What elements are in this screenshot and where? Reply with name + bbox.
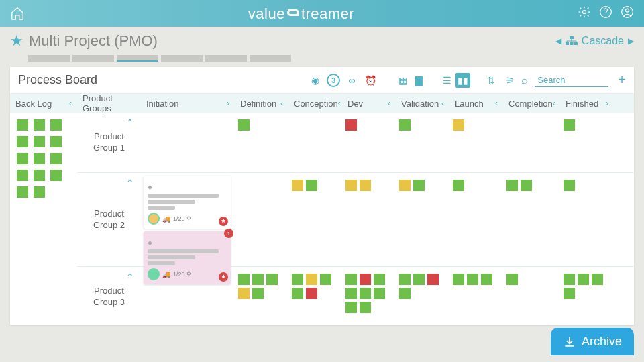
help-icon[interactable]: [599, 5, 612, 21]
task-item[interactable]: [345, 119, 357, 131]
tab[interactable]: [72, 55, 114, 62]
column-header[interactable]: Back Log‹: [10, 94, 77, 113]
backlog-item[interactable]: [34, 153, 45, 164]
task-item[interactable]: [306, 180, 317, 191]
column-header[interactable]: Validation‹: [396, 94, 449, 113]
task-item[interactable]: [564, 274, 575, 285]
grid-icon[interactable]: ▦: [395, 73, 410, 88]
product-group-label[interactable]: ⌃Product Group 3: [77, 267, 141, 325]
list-icon[interactable]: ☰: [439, 73, 454, 88]
task-item[interactable]: [252, 274, 264, 285]
task-item[interactable]: [506, 180, 518, 191]
backlog-item[interactable]: [34, 136, 45, 147]
backlog-item[interactable]: [50, 170, 62, 181]
backlog-item[interactable]: [34, 186, 45, 198]
backlog-item[interactable]: [34, 170, 45, 181]
column-header[interactable]: Dev‹: [342, 94, 396, 113]
column-header[interactable]: Product Groups: [77, 94, 141, 113]
task-item[interactable]: [238, 274, 250, 285]
task-item[interactable]: [306, 274, 317, 285]
task-item[interactable]: [453, 274, 464, 285]
task-item[interactable]: [413, 274, 425, 285]
task-item[interactable]: [252, 288, 264, 299]
task-item[interactable]: [345, 302, 357, 313]
task-item[interactable]: [345, 288, 357, 299]
column-header[interactable]: Initiation›: [141, 94, 235, 113]
task-item[interactable]: [374, 274, 385, 285]
backlog-item[interactable]: [17, 170, 28, 181]
tab[interactable]: [161, 55, 203, 62]
tab[interactable]: [205, 55, 247, 62]
backlog-item[interactable]: [17, 186, 28, 198]
task-item[interactable]: [345, 274, 357, 285]
task-item[interactable]: [564, 180, 575, 191]
task-item[interactable]: [467, 274, 478, 285]
task-item[interactable]: [374, 288, 385, 299]
task-item[interactable]: [292, 288, 303, 299]
task-item[interactable]: [238, 288, 250, 299]
tab-active[interactable]: [117, 55, 158, 62]
column-header[interactable]: Definition‹: [235, 94, 288, 113]
home-icon[interactable]: [10, 6, 25, 21]
backlog-item[interactable]: [50, 136, 62, 147]
task-item[interactable]: [427, 274, 439, 285]
task-item[interactable]: [292, 180, 303, 191]
product-group-label[interactable]: ⌃Product Group 1: [77, 113, 141, 172]
column-header[interactable]: Conception‹: [288, 94, 342, 113]
task-item[interactable]: [399, 119, 411, 131]
task-item[interactable]: [453, 180, 464, 191]
tab[interactable]: [250, 55, 291, 62]
task-item[interactable]: [360, 288, 371, 299]
product-group-label[interactable]: ⌃Product Group 2: [77, 173, 141, 266]
column-header[interactable]: Finished›: [560, 94, 614, 113]
column-header[interactable]: Launch‹: [449, 94, 503, 113]
task-item[interactable]: [521, 180, 532, 191]
backlog-item[interactable]: [34, 119, 45, 131]
sort-icon[interactable]: ⇅: [484, 73, 498, 88]
task-item[interactable]: [238, 119, 250, 131]
task-item[interactable]: [360, 180, 371, 191]
cascade-button[interactable]: ◀ Cascade ▶: [555, 35, 634, 47]
collapse-icon[interactable]: ⌃: [126, 177, 134, 189]
collapse-icon[interactable]: ⌃: [126, 271, 134, 283]
add-button[interactable]: +: [618, 72, 626, 88]
backlog-item[interactable]: [50, 153, 62, 164]
task-item[interactable]: [481, 274, 492, 285]
collapse-icon[interactable]: ⌃: [126, 117, 134, 129]
tab[interactable]: [28, 55, 70, 62]
task-item[interactable]: [360, 302, 371, 313]
task-item[interactable]: [266, 274, 278, 285]
task-item[interactable]: [345, 180, 357, 191]
backlog-item[interactable]: [50, 119, 62, 131]
task-item[interactable]: [564, 288, 575, 299]
task-item[interactable]: [413, 180, 425, 191]
task-item[interactable]: [360, 274, 371, 285]
task-item[interactable]: [578, 274, 589, 285]
search-input[interactable]: [535, 74, 608, 87]
backlog-item[interactable]: [17, 119, 28, 131]
target-icon[interactable]: ◉: [308, 73, 323, 88]
column-icon[interactable]: ▮▮: [455, 73, 470, 88]
user-icon[interactable]: [621, 5, 634, 21]
backlog-item[interactable]: [17, 136, 28, 147]
clock-icon[interactable]: ⏰: [363, 73, 378, 88]
card-icon[interactable]: ▇: [411, 73, 426, 88]
task-item[interactable]: [399, 180, 411, 191]
task-item[interactable]: [453, 119, 464, 131]
task-card[interactable]: ◆🚚1/20 ⚲: [144, 176, 231, 229]
task-item[interactable]: [306, 288, 317, 299]
task-item[interactable]: [320, 274, 331, 285]
infinity-icon[interactable]: ∞: [344, 73, 359, 88]
task-item[interactable]: [399, 288, 411, 299]
task-item[interactable]: [292, 274, 303, 285]
column-header[interactable]: Completion‹: [503, 94, 560, 113]
archive-button[interactable]: Archive: [551, 328, 634, 355]
backlog-item[interactable]: [17, 153, 28, 164]
task-item[interactable]: [506, 274, 518, 285]
task-item[interactable]: [592, 274, 603, 285]
filter-icon[interactable]: ⚞: [502, 73, 517, 88]
star-icon[interactable]: ★: [10, 32, 23, 50]
task-item[interactable]: [399, 274, 411, 285]
gear-icon[interactable]: [578, 5, 591, 21]
task-item[interactable]: [564, 119, 575, 131]
